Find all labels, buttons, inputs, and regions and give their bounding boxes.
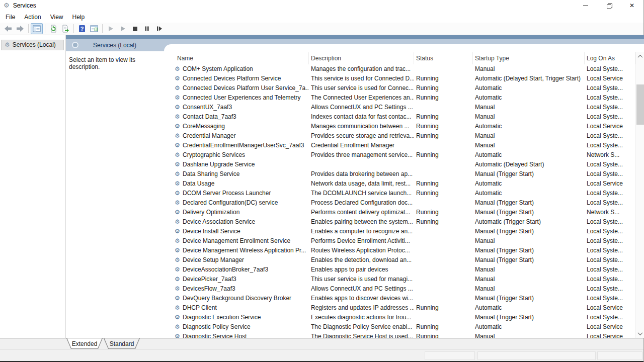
- service-name-cell: ⚙ DevQuery Background Discovery Broker: [164, 294, 309, 303]
- column-header-status[interactable]: Status: [414, 52, 473, 64]
- menubar: FileActionViewHelp: [0, 11, 643, 23]
- statusbar: [0, 349, 643, 361]
- minimize-icon: [583, 6, 588, 6]
- resume-service-button[interactable]: [117, 23, 129, 34]
- service-row[interactable]: ⚙ Device Install Service Enables a compu…: [164, 227, 635, 236]
- scrollbar-thumb[interactable]: [636, 84, 644, 125]
- console-tree-icon: [33, 25, 41, 33]
- service-row[interactable]: ⚙ CoreMessaging Manages communication be…: [164, 122, 635, 131]
- service-logon-cell: Local Syste...: [585, 141, 635, 150]
- service-row[interactable]: ⚙ Device Management Enrollment Service P…: [164, 236, 635, 246]
- forward-button[interactable]: [14, 23, 26, 34]
- service-name-cell: ⚙ Connected User Experiences and Telemet…: [164, 93, 309, 103]
- service-row[interactable]: ⚙ Connected User Experiences and Telemet…: [164, 93, 635, 103]
- menu-item[interactable]: Help: [68, 12, 90, 22]
- service-name-cell: ⚙ Delivery Optimization: [164, 208, 309, 217]
- service-startup-cell: Manual (Trigger Start): [473, 313, 585, 322]
- show-action-pane-button[interactable]: [88, 23, 100, 34]
- service-row[interactable]: ⚙ DevQuery Background Discovery Broker E…: [164, 294, 635, 303]
- column-header-description[interactable]: Description: [309, 52, 414, 64]
- service-row[interactable]: ⚙ Diagnostic Policy Service The Diagnost…: [164, 322, 635, 332]
- service-status-cell: Running: [414, 112, 473, 122]
- service-status-cell: Running: [414, 322, 473, 332]
- menu-item[interactable]: View: [46, 12, 68, 22]
- service-row[interactable]: ⚙ COM+ System Application Manages the co…: [164, 64, 635, 74]
- column-header-log-on-as[interactable]: Log On As: [585, 52, 635, 64]
- service-startup-cell: Automatic: [473, 179, 585, 189]
- refresh-icon: [49, 25, 57, 33]
- service-row[interactable]: ⚙ Diagnostic Service Host The Diagnostic…: [164, 332, 635, 338]
- service-status-cell: Running: [414, 208, 473, 217]
- service-row[interactable]: ⚙ CredentialEnrollmentManagerUserSvc_7aa…: [164, 141, 635, 150]
- service-row[interactable]: ⚙ DevicesFlow_7aaf3 Allows ConnectUX and…: [164, 284, 635, 294]
- service-row[interactable]: ⚙ Device Association Service Enables pai…: [164, 217, 635, 227]
- action-pane-icon: [90, 25, 98, 33]
- service-logon-cell: Local Service: [585, 303, 635, 313]
- service-name-cell: ⚙ ConsentUX_7aaf3: [164, 103, 309, 112]
- restart-service-button[interactable]: [153, 23, 165, 34]
- export-list-button[interactable]: [59, 23, 71, 34]
- main-area: ⚙ Services (Local) Services (Local) Sele…: [0, 35, 644, 338]
- service-startup-cell: Automatic: [473, 322, 585, 332]
- service-row[interactable]: ⚙ Device Management Wireless Application…: [164, 246, 635, 255]
- help-button[interactable]: ?: [76, 23, 88, 34]
- service-status-cell: Running: [414, 332, 473, 338]
- scroll-down-button[interactable]: [636, 329, 644, 338]
- restore-down-button[interactable]: [597, 0, 620, 11]
- stop-service-button[interactable]: [129, 23, 141, 34]
- service-startup-cell: Automatic (Delayed Start, Trigger Start): [473, 74, 585, 83]
- service-startup-cell: Manual: [473, 332, 585, 338]
- view-tab[interactable]: Extended: [66, 338, 103, 349]
- service-row[interactable]: ⚙ DevicePicker_7aaf3 This user service i…: [164, 275, 635, 284]
- service-row[interactable]: ⚙ Delivery Optimization Performs content…: [164, 208, 635, 217]
- service-logon-cell: Local Syste...: [585, 64, 635, 74]
- show-console-tree-button[interactable]: [31, 23, 43, 34]
- pause-service-button[interactable]: [141, 23, 153, 34]
- service-row[interactable]: ⚙ Credential Manager Provides secure sto…: [164, 131, 635, 141]
- view-tab[interactable]: Standard: [104, 338, 140, 349]
- service-name-cell: ⚙ Device Install Service: [164, 227, 309, 236]
- service-name-cell: ⚙ Device Association Service: [164, 217, 309, 227]
- service-startup-cell: Automatic: [473, 303, 585, 313]
- menu-item[interactable]: File: [1, 12, 20, 22]
- restart-service-icon: [155, 25, 163, 33]
- service-row[interactable]: ⚙ Declared Configuration(DC) service Pro…: [164, 198, 635, 208]
- chevron-down-icon: [638, 330, 643, 335]
- service-name-cell: ⚙ Contact Data_7aaf3: [164, 112, 309, 122]
- service-status-cell: Running: [414, 93, 473, 103]
- service-logon-cell: Local Syste...: [585, 103, 635, 112]
- service-row[interactable]: ⚙ Data Usage Network data usage, data li…: [164, 179, 635, 189]
- tree-item-services-local[interactable]: ⚙ Services (Local): [2, 40, 63, 50]
- service-row[interactable]: ⚙ Contact Data_7aaf3 Indexes contact dat…: [164, 112, 635, 122]
- service-row[interactable]: ⚙ DCOM Server Process Launcher The DCOML…: [164, 189, 635, 198]
- service-name-cell: ⚙ Device Management Enrollment Service: [164, 236, 309, 246]
- service-startup-cell: Manual: [473, 275, 585, 284]
- service-row[interactable]: ⚙ Connected Devices Platform User Servic…: [164, 83, 635, 93]
- service-row[interactable]: ⚙ Connected Devices Platform Service Thi…: [164, 74, 635, 83]
- start-service-button[interactable]: [105, 23, 117, 34]
- service-row[interactable]: ⚙ Diagnostic Execution Service Executes …: [164, 313, 635, 322]
- menu-item[interactable]: Action: [20, 12, 45, 22]
- service-row[interactable]: ⚙ DeviceAssociationBroker_7aaf3 Enables …: [164, 265, 635, 275]
- service-status-cell: [414, 169, 473, 179]
- service-row[interactable]: ⚙ DHCP Client Registers and updates IP a…: [164, 303, 635, 313]
- column-header-startup-type[interactable]: Startup Type: [473, 52, 585, 64]
- service-row[interactable]: ⚙ Data Sharing Service Provides data bro…: [164, 169, 635, 179]
- service-row[interactable]: ⚙ Cryptographic Services Provides three …: [164, 150, 635, 160]
- service-startup-cell: Automatic (Delayed Start): [473, 160, 585, 169]
- refresh-button[interactable]: [47, 23, 59, 34]
- service-row[interactable]: ⚙ Dashlane Upgrade Service Automatic (De…: [164, 160, 635, 169]
- service-status-cell: [414, 227, 473, 236]
- back-button[interactable]: [2, 23, 14, 34]
- scroll-up-button[interactable]: [636, 52, 644, 61]
- export-list-icon: [61, 25, 69, 33]
- close-button[interactable]: ✕: [620, 0, 643, 11]
- minimize-button[interactable]: [574, 0, 597, 11]
- service-row[interactable]: ⚙ ConsentUX_7aaf3 Allows ConnectUX and P…: [164, 103, 635, 112]
- column-header-name[interactable]: Name: [164, 52, 309, 64]
- statusbar-pane: [425, 351, 475, 360]
- service-status-cell: [414, 141, 473, 150]
- service-row[interactable]: ⚙ Device Setup Manager Enables the detec…: [164, 255, 635, 265]
- vertical-scrollbar[interactable]: [635, 52, 644, 338]
- titlebar: ⚙ Services ✕: [0, 0, 643, 11]
